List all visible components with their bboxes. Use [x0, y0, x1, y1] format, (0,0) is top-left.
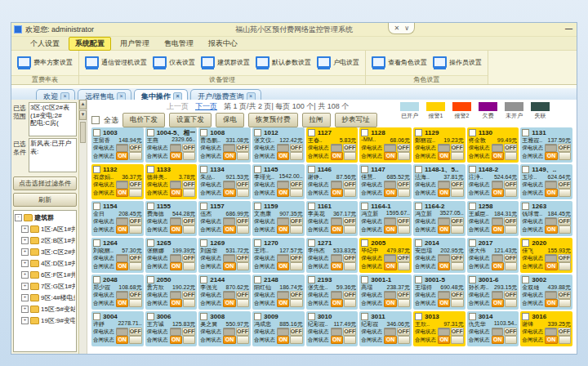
- hezha-off-segment[interactable]: [559, 299, 571, 307]
- hezha-toggle[interactable]: ON: [438, 336, 464, 344]
- meter-card[interactable]: 1148-1、5.. 法海.. 37.81元 保电状态 OFF 合闸状态 ON: [413, 164, 466, 199]
- hezha-toggle[interactable]: ON: [170, 336, 196, 344]
- hezha-on-button[interactable]: ON: [223, 152, 235, 160]
- hezha-toggle[interactable]: ON: [170, 189, 196, 197]
- tree-item[interactable]: + 15区:5#变站 (3#: [15, 305, 75, 314]
- hezha-on-button[interactable]: ON: [492, 299, 504, 307]
- baodian-off-button[interactable]: OFF: [397, 254, 410, 262]
- hezha-toggle[interactable]: ON: [545, 262, 571, 270]
- meter-card[interactable]: 1003 王留香 148.94元 保电状态 OFF 合闸状态 ON: [91, 127, 144, 163]
- hezha-toggle[interactable]: ON: [331, 262, 357, 270]
- hezha-on-button[interactable]: ON: [545, 299, 557, 307]
- baodian-off-button[interactable]: OFF: [290, 144, 303, 152]
- baodian-off-button[interactable]: OFF: [236, 217, 249, 225]
- baodian-toggle[interactable]: OFF: [170, 144, 196, 152]
- meter-checkbox[interactable]: [522, 166, 529, 173]
- baodian-off-button[interactable]: OFF: [236, 254, 249, 262]
- hezha-on-button[interactable]: ON: [492, 262, 504, 270]
- hezha-on-button[interactable]: ON: [384, 189, 396, 197]
- hezha-off-segment[interactable]: [129, 336, 141, 344]
- meter-card[interactable]: 1008 曹迅鹏.. 331.08元 保电状态 OFF 合闸状态 ON: [198, 127, 251, 163]
- baodian-on-segment[interactable]: [438, 181, 450, 189]
- hezha-off-segment[interactable]: [398, 262, 410, 270]
- hezha-off-segment[interactable]: [505, 299, 517, 307]
- meter-card[interactable]: 1263 钱球雪.. 184.45元 保电状态 OFF 合闸状态 ON: [520, 201, 572, 236]
- hezha-on-button[interactable]: ON: [545, 262, 557, 270]
- hezha-off-segment[interactable]: [505, 262, 517, 270]
- meter-card[interactable]: 2017 张大伟 121.43元 保电状态 OFF 合闸状态 ON: [467, 238, 519, 273]
- baodian-toggle[interactable]: OFF: [116, 254, 142, 262]
- hezha-off-segment[interactable]: [505, 189, 517, 197]
- baodian-toggle[interactable]: OFF: [545, 144, 571, 152]
- hezha-on-button[interactable]: ON: [277, 189, 289, 197]
- baodian-on-segment[interactable]: [492, 328, 504, 336]
- meter-checkbox[interactable]: [522, 276, 529, 283]
- baodian-toggle[interactable]: OFF: [492, 144, 518, 152]
- hezha-off-segment[interactable]: [451, 152, 463, 160]
- filter-select-button[interactable]: 点击选择过滤条件: [13, 176, 77, 190]
- hezha-off-segment[interactable]: [451, 225, 463, 234]
- hezha-toggle[interactable]: ON: [492, 152, 518, 160]
- hezha-on-button[interactable]: ON: [438, 299, 450, 307]
- menu-item-item[interactable]: 售电管理: [158, 38, 199, 50]
- hezha-on-button[interactable]: ON: [438, 225, 450, 234]
- hezha-toggle[interactable]: ON: [277, 336, 303, 344]
- hezha-off-segment[interactable]: [183, 336, 195, 344]
- hezha-on-button[interactable]: ON: [384, 299, 396, 307]
- hezha-off-segment[interactable]: [559, 225, 571, 234]
- hezha-on-button[interactable]: ON: [492, 152, 504, 160]
- baodian-toggle[interactable]: OFF: [331, 144, 357, 152]
- hezha-on-button[interactable]: ON: [384, 262, 396, 270]
- baodian-off-button[interactable]: OFF: [129, 217, 142, 225]
- baodian-on-segment[interactable]: [223, 181, 235, 189]
- hezha-off-segment[interactable]: [237, 299, 249, 307]
- hezha-on-button[interactable]: ON: [492, 189, 504, 197]
- tree-item[interactable]: + 19区:9#变电站 (2: [15, 316, 75, 325]
- baodian-off-button[interactable]: OFF: [290, 254, 303, 262]
- hezha-on-button[interactable]: ON: [331, 189, 343, 197]
- hezha-on-button[interactable]: ON: [384, 152, 396, 160]
- baodian-toggle[interactable]: OFF: [545, 328, 571, 336]
- baodian-toggle[interactable]: OFF: [545, 254, 571, 262]
- hezha-off-segment[interactable]: [183, 225, 195, 234]
- hezha-on-button[interactable]: ON: [116, 299, 128, 307]
- baodian-off-button[interactable]: OFF: [397, 217, 410, 225]
- meter-card[interactable]: 3006 王方诚 125.83元 保电状态 OFF 合闸状态 ON: [145, 311, 198, 346]
- meter-card[interactable]: 1146 谢铮.. 87.56元 保电状态 OFF 合闸状态 ON: [306, 164, 359, 199]
- baodian-toggle[interactable]: OFF: [116, 217, 142, 225]
- baodian-on-segment[interactable]: [545, 144, 557, 152]
- hezha-off-segment[interactable]: [451, 189, 463, 197]
- baodian-off-button[interactable]: OFF: [129, 144, 142, 152]
- ribbon-button[interactable]: 仪表设置: [151, 53, 197, 71]
- hezha-toggle[interactable]: ON: [116, 152, 142, 160]
- baodian-off-button[interactable]: OFF: [182, 144, 195, 152]
- meter-card[interactable]: 1264 刘晓丽.. 57.30元 保电状态 OFF 合闸状态 ON: [91, 238, 144, 273]
- baodian-toggle[interactable]: OFF: [545, 291, 571, 299]
- baodian-on-segment[interactable]: [384, 217, 396, 225]
- meter-card[interactable]: 1258 王威臣.. 184.31元 保电状态 OFF 合闸状态 ON: [467, 201, 519, 236]
- baodian-on-segment[interactable]: [116, 291, 128, 299]
- meter-card[interactable]: 3001-5 王瑞得 690.48元 保电状态 OFF 合闸状态 ON: [413, 274, 466, 310]
- meter-checkbox[interactable]: [93, 129, 100, 136]
- baodian-on-segment[interactable]: [277, 328, 289, 336]
- baodian-off-button[interactable]: OFF: [182, 328, 195, 336]
- hezha-on-button[interactable]: ON: [116, 225, 128, 234]
- meter-card[interactable]: 3011 纪彩霞 346.06元 保电状态 OFF 合闸状态 ON: [359, 311, 412, 346]
- baodian-toggle[interactable]: OFF: [492, 291, 518, 299]
- hezha-on-button[interactable]: ON: [170, 189, 182, 197]
- meter-checkbox[interactable]: [254, 203, 261, 210]
- meter-checkbox[interactable]: [522, 239, 529, 247]
- hezha-on-button[interactable]: ON: [223, 189, 235, 197]
- hezha-toggle[interactable]: ON: [116, 262, 142, 270]
- baodian-on-segment[interactable]: [331, 144, 343, 152]
- hezha-off-segment[interactable]: [344, 152, 356, 160]
- hezha-on-button[interactable]: ON: [223, 299, 235, 307]
- baodian-on-segment[interactable]: [116, 181, 128, 189]
- hezha-toggle[interactable]: ON: [331, 152, 357, 160]
- baodian-toggle[interactable]: OFF: [545, 181, 571, 189]
- hezha-on-button[interactable]: ON: [492, 336, 504, 344]
- tree-item[interactable]: + 7区:G区1#井: [15, 282, 75, 291]
- baodian-toggle[interactable]: OFF: [170, 254, 196, 262]
- baodian-on-segment[interactable]: [277, 217, 289, 225]
- baodian-on-segment[interactable]: [170, 217, 182, 225]
